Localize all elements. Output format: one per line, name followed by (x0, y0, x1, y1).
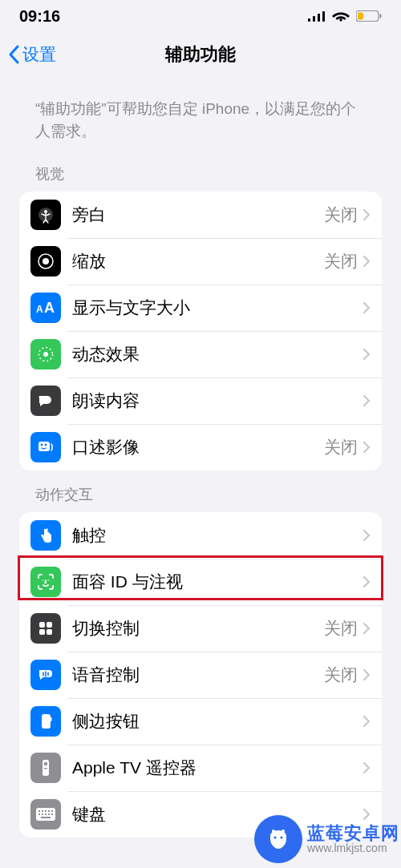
chevron-left-icon (8, 45, 19, 64)
touch-icon (30, 520, 61, 551)
row-side-button[interactable]: 侧边按钮 (19, 698, 382, 745)
row-label: 缩放 (72, 250, 324, 273)
svg-rect-40 (45, 813, 47, 815)
svg-rect-41 (48, 813, 50, 815)
row-display-text-size[interactable]: AA 显示与文字大小 (19, 285, 382, 331)
cellular-icon (308, 10, 326, 22)
svg-rect-27 (42, 714, 51, 729)
row-value: 关闭 (324, 250, 358, 273)
spoken-content-icon (30, 386, 61, 416)
row-zoom[interactable]: 缩放 关闭 (19, 238, 382, 285)
svg-rect-21 (47, 622, 52, 628)
chevron-right-icon (363, 441, 371, 454)
svg-rect-3 (322, 11, 325, 22)
chevron-right-icon (363, 761, 371, 774)
svg-rect-38 (38, 813, 40, 815)
section-motor: 触控 面容 ID 与注视 切换控制 关闭 语音控制 关闭 (19, 512, 382, 838)
svg-rect-42 (51, 813, 53, 815)
row-motion[interactable]: 动态效果 (19, 331, 382, 377)
row-switch-control[interactable]: 切换控制 关闭 (19, 605, 382, 652)
back-label: 设置 (22, 43, 56, 66)
svg-rect-43 (41, 817, 51, 818)
nav-header: 设置 辅助功能 (0, 32, 401, 77)
svg-rect-37 (51, 810, 53, 812)
svg-rect-1 (313, 16, 315, 22)
row-face-id-attention[interactable]: 面容 ID 与注视 (19, 559, 382, 605)
side-button-icon (30, 706, 61, 737)
section-vision: 旁白 关闭 缩放 关闭 AA 显示与文字大小 动态效果 (19, 192, 382, 470)
row-label: 切换控制 (72, 617, 324, 640)
intro-text: “辅助功能”可帮助您自定 iPhone，以满足您的个人需求。 (0, 77, 401, 150)
chevron-right-icon (363, 622, 371, 635)
audio-descriptions-icon (30, 432, 61, 462)
svg-rect-2 (318, 14, 320, 22)
row-voiceover[interactable]: 旁白 关闭 (19, 192, 382, 238)
face-id-icon (30, 567, 61, 597)
row-label: 触控 (72, 524, 363, 547)
section-header-vision: 视觉 (0, 150, 401, 192)
motion-icon (30, 339, 61, 369)
svg-point-30 (44, 762, 47, 765)
chevron-right-icon (363, 348, 371, 361)
svg-rect-28 (51, 717, 52, 721)
chevron-right-icon (363, 394, 371, 407)
svg-text:A: A (36, 304, 43, 315)
row-value: 关闭 (324, 664, 358, 686)
row-label: 面容 ID 与注视 (72, 571, 363, 593)
text-size-icon: AA (30, 293, 61, 323)
svg-rect-34 (42, 810, 43, 812)
watermark: 蓝莓安卓网 www.lmkjst.com (254, 815, 399, 863)
svg-rect-22 (39, 629, 45, 635)
row-touch[interactable]: 触控 (19, 512, 382, 559)
row-audio-descriptions[interactable]: 口述影像 关闭 (19, 424, 382, 470)
row-label: 语音控制 (72, 664, 324, 686)
svg-rect-36 (48, 810, 50, 812)
svg-rect-39 (42, 813, 43, 815)
row-label: Apple TV 遥控器 (72, 757, 363, 779)
chevron-right-icon (363, 208, 371, 221)
svg-text:A: A (44, 300, 55, 316)
svg-point-16 (41, 444, 43, 446)
page-title: 辅助功能 (0, 42, 401, 67)
svg-rect-5 (358, 13, 363, 20)
row-label: 口述影像 (72, 436, 324, 458)
watermark-url: www.lmkjst.com (307, 842, 399, 854)
row-label: 显示与文字大小 (72, 297, 363, 319)
status-indicators (308, 10, 382, 22)
row-value: 关闭 (324, 617, 358, 640)
watermark-brand: 蓝莓安卓网 (307, 824, 399, 842)
status-time: 09:16 (19, 7, 60, 26)
row-value: 关闭 (324, 436, 358, 458)
svg-point-46 (273, 836, 276, 838)
svg-point-47 (280, 836, 282, 838)
row-apple-tv-remote[interactable]: Apple TV 遥控器 (19, 745, 382, 791)
back-button[interactable]: 设置 (0, 43, 56, 66)
row-value: 关闭 (324, 204, 358, 226)
chevron-right-icon (363, 668, 371, 681)
row-voice-control[interactable]: 语音控制 关闭 (19, 652, 382, 698)
svg-rect-0 (308, 18, 310, 22)
svg-rect-20 (39, 622, 45, 628)
row-label: 朗读内容 (72, 390, 363, 412)
chevron-right-icon (363, 715, 371, 728)
svg-rect-31 (44, 768, 47, 769)
row-label: 动态效果 (72, 343, 363, 365)
svg-point-10 (43, 258, 49, 264)
svg-rect-33 (38, 810, 40, 812)
section-header-motor: 动作交互 (0, 470, 401, 512)
voice-control-icon (30, 660, 61, 690)
svg-rect-35 (45, 810, 47, 812)
row-label: 侧边按钮 (72, 710, 363, 733)
watermark-logo-icon (254, 815, 302, 863)
row-spoken-content[interactable]: 朗读内容 (19, 377, 382, 424)
chevron-right-icon (363, 301, 371, 314)
chevron-right-icon (363, 529, 371, 542)
chevron-right-icon (363, 255, 371, 268)
keyboard-icon (30, 799, 61, 830)
svg-point-17 (45, 444, 47, 446)
battery-low-icon (356, 10, 382, 22)
svg-rect-23 (47, 629, 52, 635)
svg-rect-6 (380, 14, 382, 18)
row-label: 旁白 (72, 204, 324, 226)
svg-rect-15 (38, 442, 50, 451)
